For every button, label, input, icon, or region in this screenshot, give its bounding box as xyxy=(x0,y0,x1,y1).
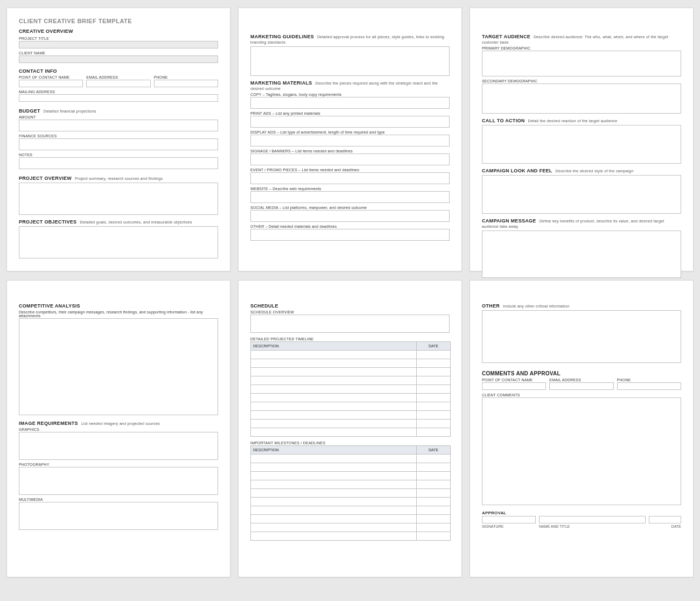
input-message[interactable] xyxy=(482,230,681,278)
input-signage[interactable] xyxy=(250,153,450,165)
input-signature[interactable] xyxy=(482,516,536,523)
table-row[interactable] xyxy=(251,402,450,411)
label-poc: POINT OF CONTACT NAME xyxy=(19,75,83,79)
other-note: Include any other critical information xyxy=(503,304,569,308)
input-schedule-overview[interactable] xyxy=(250,315,450,333)
input-graphics[interactable] xyxy=(19,432,218,460)
section-creative-overview: CREATIVE OVERVIEW xyxy=(19,29,218,34)
label-approval-date: DATE xyxy=(649,525,681,528)
input-other[interactable] xyxy=(482,310,681,363)
table-row[interactable] xyxy=(251,489,450,498)
input-project-overview[interactable] xyxy=(19,183,218,215)
page-6: OTHERInclude any other critical informat… xyxy=(470,280,694,577)
table-row[interactable] xyxy=(251,420,450,428)
table-row[interactable] xyxy=(251,411,450,420)
section-cta: CALL TO ACTIONDetail the desired reactio… xyxy=(482,118,681,123)
label-client-comments: CLIENT COMMENTS xyxy=(482,393,681,397)
input-project-title[interactable] xyxy=(19,41,218,48)
input-event[interactable] xyxy=(250,172,450,184)
label-signage: SIGNAGE / BANNERS – List items needed an… xyxy=(250,149,450,153)
input-marketing-guidelines[interactable] xyxy=(250,46,450,76)
label-detailed-timeline: DETAILED PROJECTED TIMELINE xyxy=(250,337,450,341)
label-social: SOCIAL MEDIA – List platforms, manpower,… xyxy=(250,206,450,209)
input-email[interactable] xyxy=(86,80,150,87)
input-other-materials[interactable] xyxy=(250,229,450,241)
input-notes[interactable] xyxy=(19,157,218,169)
table-header-row: DESCRIPTION DATE xyxy=(251,446,450,455)
mkt-materials-text: MARKETING MATERIALS xyxy=(250,80,312,86)
input-copy[interactable] xyxy=(250,97,450,109)
input-contact-poc[interactable] xyxy=(482,382,546,390)
section-comments-approval: COMMENTS AND APPROVAL xyxy=(482,371,681,376)
input-approval-date[interactable] xyxy=(649,516,681,523)
table-row[interactable] xyxy=(251,428,450,437)
proj-overview-text: PROJECT OVERVIEW xyxy=(19,176,72,181)
input-phone[interactable] xyxy=(154,80,218,87)
cta-note: Detail the desired reaction of the targe… xyxy=(528,119,618,123)
label-name-title: NAME AND TITLE xyxy=(539,525,646,528)
label-mailing: MAILING ADDRESS xyxy=(19,90,218,94)
table-row[interactable] xyxy=(251,515,450,523)
input-look[interactable] xyxy=(482,175,681,214)
look-text: CAMPAIGN LOOK AND FEEL xyxy=(482,168,552,173)
label-primary: PRIMARY DEMOGRAPHIC xyxy=(482,46,681,50)
table-row[interactable] xyxy=(251,523,450,532)
input-photo[interactable] xyxy=(19,467,218,495)
label-amount: AMOUNT xyxy=(19,115,218,119)
input-secondary[interactable] xyxy=(482,83,681,114)
table-row[interactable] xyxy=(251,532,450,541)
input-client-name[interactable] xyxy=(19,55,218,63)
table-row[interactable] xyxy=(251,498,450,506)
section-marketing-materials: MARKETING MATERIALSDescribe the pieces r… xyxy=(250,80,450,91)
label-project-title: PROJECT TITLE xyxy=(19,37,218,40)
input-project-objectives[interactable] xyxy=(19,226,218,258)
input-primary[interactable] xyxy=(482,51,681,76)
input-display[interactable] xyxy=(250,135,450,146)
proj-objectives-text: PROJECT OBJECTIVES xyxy=(19,219,76,225)
table-row[interactable] xyxy=(251,359,450,368)
doc-title: CLIENT CREATIVE BRIEF TEMPLATE xyxy=(19,18,218,24)
input-client-comments[interactable] xyxy=(482,397,681,505)
input-finance[interactable] xyxy=(19,138,218,150)
input-competitive[interactable] xyxy=(19,318,218,415)
label-multi: MULTIMEDIA xyxy=(19,498,218,501)
label-schedule-overview: SCHEDULE OVERVIEW xyxy=(250,310,450,314)
input-amount[interactable] xyxy=(19,120,218,131)
table-row[interactable] xyxy=(251,368,450,376)
input-poc[interactable] xyxy=(19,80,83,87)
input-print[interactable] xyxy=(250,116,450,128)
input-mailing[interactable] xyxy=(19,94,218,102)
section-project-objectives: PROJECT OBJECTIVESDetailed goals, desire… xyxy=(19,219,218,225)
section-image-req: IMAGE REQUIREMENTSList needed imagery an… xyxy=(19,421,218,426)
table-row[interactable] xyxy=(251,376,450,385)
col-date: DATE xyxy=(417,446,450,454)
input-contact-email[interactable] xyxy=(549,382,613,390)
other-text: OTHER xyxy=(482,303,500,309)
table-row[interactable] xyxy=(251,506,450,515)
label-website: WEBSITE – Describe web requirements xyxy=(250,187,450,191)
label-phone: PHONE xyxy=(154,75,218,79)
input-cta[interactable] xyxy=(482,125,681,164)
input-website[interactable] xyxy=(250,191,450,203)
table-row[interactable] xyxy=(251,394,450,402)
label-contact-phone: PHONE xyxy=(617,378,681,382)
comp-note: Describe competitors, their campaign mes… xyxy=(19,310,218,318)
col-description: DESCRIPTION xyxy=(251,342,417,350)
table-row[interactable] xyxy=(251,455,450,463)
label-notes: NOTES xyxy=(19,153,218,157)
table-row[interactable] xyxy=(251,472,450,480)
table-row[interactable] xyxy=(251,463,450,472)
table-row[interactable] xyxy=(251,385,450,394)
table-row[interactable] xyxy=(251,351,450,359)
msg-text: CAMPAIGN MESSAGE xyxy=(482,218,536,223)
input-contact-phone[interactable] xyxy=(617,382,681,390)
label-graphics: GRAPHICS xyxy=(19,428,218,431)
input-name-title[interactable] xyxy=(539,516,646,523)
label-print: PRINT ADS – List any printed materials xyxy=(250,111,450,115)
label-event: EVENT / PROMO PIECES – List items needed… xyxy=(250,168,450,172)
img-req-note: List needed imagery and projected source… xyxy=(81,422,160,425)
table-row[interactable] xyxy=(251,480,450,489)
input-social[interactable] xyxy=(250,210,450,222)
label-client-name: CLIENT NAME xyxy=(19,51,218,55)
input-multi[interactable] xyxy=(19,502,218,530)
